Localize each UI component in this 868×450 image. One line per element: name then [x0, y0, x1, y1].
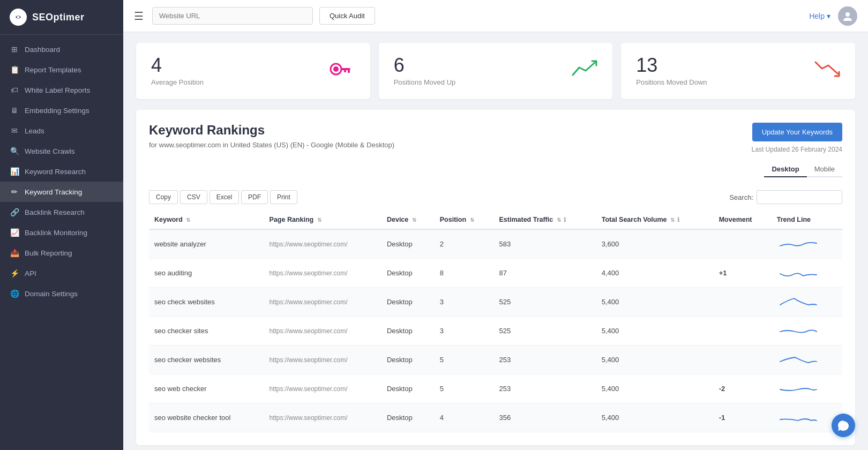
sidebar-item-backlink-research[interactable]: 🔗 Backlink Research [0, 202, 123, 222]
sort-icon: ⇅ [186, 217, 190, 223]
sidebar-item-white-label-reports[interactable]: 🏷 White Label Reports [0, 80, 123, 100]
export-btn-copy[interactable]: Copy [149, 190, 178, 204]
col-header-position[interactable]: Position ⇅ [435, 211, 494, 229]
sidebar-label-backlink-research: Backlink Research [25, 208, 85, 216]
url-input[interactable] [152, 7, 313, 25]
rankings-header-right: Update Your Keywords Last Updated 26 Feb… [752, 123, 842, 153]
sidebar-label-leads: Leads [25, 127, 44, 135]
stat-value: 6 [394, 56, 456, 75]
sidebar-item-bulk-reporting[interactable]: 📤 Bulk Reporting [0, 243, 123, 263]
device-tab-desktop[interactable]: Desktop [764, 162, 806, 177]
topbar: ☰ Quick Audit Help ▾ [123, 0, 868, 32]
cell-keyword: website analyzer [149, 229, 264, 259]
col-header-page-ranking[interactable]: Page Ranking ⇅ [264, 211, 381, 229]
stat-card-info: 13 Positions Moved Down [636, 56, 707, 86]
stat-card-positions-down: 13 Positions Moved Down [621, 43, 855, 99]
sidebar-item-website-crawls[interactable]: 🔍 Website Crawls [0, 141, 123, 161]
cell-position: 4 [435, 403, 494, 432]
sidebar-item-keyword-tracking[interactable]: ✏ Keyword Tracking [0, 182, 123, 202]
sidebar-label-backlink-monitoring: Backlink Monitoring [25, 229, 87, 237]
sidebar-item-domain-settings[interactable]: 🌐 Domain Settings [0, 283, 123, 304]
sidebar-item-embedding-settings[interactable]: 🖥 Embedding Settings [0, 100, 123, 121]
user-avatar[interactable] [838, 6, 857, 26]
sort-icon: ⇅ [470, 217, 474, 223]
update-keywords-button[interactable]: Update Your Keywords [752, 123, 842, 141]
sidebar-label-website-crawls: Website Crawls [25, 147, 75, 155]
cell-movement [714, 317, 772, 346]
chat-bubble[interactable] [832, 414, 855, 437]
sidebar-item-leads[interactable]: ✉ Leads [0, 121, 123, 141]
cell-trend [772, 229, 842, 259]
sidebar-item-dashboard[interactable]: ⊞ Dashboard [0, 39, 123, 59]
stat-label: Average Position [151, 78, 204, 86]
rankings-subtitle: for www.seoptimer.com in United States (… [149, 141, 394, 149]
search-label: Search: [729, 193, 753, 201]
table-search: Search: [729, 190, 842, 204]
cell-volume: 5,400 [596, 374, 714, 403]
sidebar-item-api[interactable]: ⚡ API [0, 263, 123, 283]
app-name: SEOptimer [32, 12, 85, 23]
svg-rect-5 [341, 68, 350, 70]
cell-keyword: seo checker sites [149, 317, 264, 346]
col-header-device[interactable]: Device ⇅ [381, 211, 435, 229]
export-btn-print[interactable]: Print [270, 190, 297, 204]
stat-card-info: 6 Positions Moved Up [394, 56, 456, 86]
device-tab-mobile[interactable]: Mobile [807, 162, 842, 177]
cell-position: 5 [435, 346, 494, 374]
cell-device: Desktop [381, 374, 435, 403]
stat-card-info: 4 Average Position [151, 56, 204, 86]
export-btn-pdf[interactable]: PDF [241, 190, 268, 204]
cell-volume: 3,600 [596, 229, 714, 259]
cell-movement: +1 [714, 259, 772, 288]
last-updated: Last Updated 26 February 2024 [752, 146, 842, 153]
info-icon: ℹ [677, 216, 679, 223]
sidebar-item-report-templates[interactable]: 📋 Report Templates [0, 59, 123, 80]
cell-trend [772, 288, 842, 317]
cell-trend [772, 317, 842, 346]
sidebar-icon-report-templates: 📋 [10, 65, 19, 74]
svg-rect-6 [348, 70, 350, 73]
cell-keyword: seo checker websites [149, 346, 264, 374]
quick-audit-button[interactable]: Quick Audit [319, 7, 375, 25]
cell-keyword: seo check websites [149, 288, 264, 317]
sidebar-item-backlink-monitoring[interactable]: 📈 Backlink Monitoring [0, 222, 123, 243]
stat-cards: 4 Average Position 6 Positions Moved Up … [136, 43, 855, 99]
sidebar-label-embedding-settings: Embedding Settings [25, 107, 89, 115]
app-logo[interactable]: SEOptimer [0, 0, 123, 35]
sort-icon: ⇅ [670, 217, 675, 223]
export-btn-csv[interactable]: CSV [180, 190, 207, 204]
help-dropdown-icon: ▾ [827, 12, 830, 20]
stat-value: 4 [151, 56, 204, 75]
cell-page: https://www.seoptimer.com/ [264, 288, 381, 317]
table-controls: CopyCSVExcelPDFPrint Search: [149, 190, 842, 204]
svg-point-1 [17, 16, 20, 19]
cell-page: https://www.seoptimer.com/ [264, 374, 381, 403]
sidebar-icon-dashboard: ⊞ [10, 45, 19, 54]
sidebar-label-api: API [25, 269, 36, 278]
hamburger-icon[interactable]: ☰ [134, 10, 144, 22]
export-btn-excel[interactable]: Excel [209, 190, 239, 204]
col-header-keyword[interactable]: Keyword ⇅ [149, 211, 264, 229]
cell-position: 2 [435, 229, 494, 259]
table-row: seo auditing https://www.seoptimer.com/ … [149, 259, 842, 288]
sidebar-item-keyword-research[interactable]: 📊 Keyword Research [0, 161, 123, 182]
cell-keyword: seo website checker tool [149, 403, 264, 432]
rankings-header-left: Keyword Rankings for www.seoptimer.com i… [149, 123, 394, 149]
cell-device: Desktop [381, 346, 435, 374]
col-header-estimated-traffic[interactable]: Estimated Traffic ⇅ ℹ [493, 211, 596, 229]
cell-position: 3 [435, 288, 494, 317]
sidebar-label-bulk-reporting: Bulk Reporting [25, 249, 72, 257]
cell-position: 5 [435, 374, 494, 403]
cell-trend [772, 346, 842, 374]
sidebar-icon-white-label-reports: 🏷 [10, 86, 19, 94]
cell-page: https://www.seoptimer.com/ [264, 346, 381, 374]
cell-page: https://www.seoptimer.com/ [264, 259, 381, 288]
help-button[interactable]: Help ▾ [809, 12, 830, 20]
cell-keyword: seo web checker [149, 374, 264, 403]
cell-trend [772, 374, 842, 403]
cell-page: https://www.seoptimer.com/ [264, 317, 381, 346]
sidebar-icon-domain-settings: 🌐 [10, 289, 19, 298]
col-header-total-search-volume[interactable]: Total Search Volume ⇅ ℹ [596, 211, 714, 229]
search-input[interactable] [757, 190, 842, 204]
cell-volume: 4,400 [596, 259, 714, 288]
